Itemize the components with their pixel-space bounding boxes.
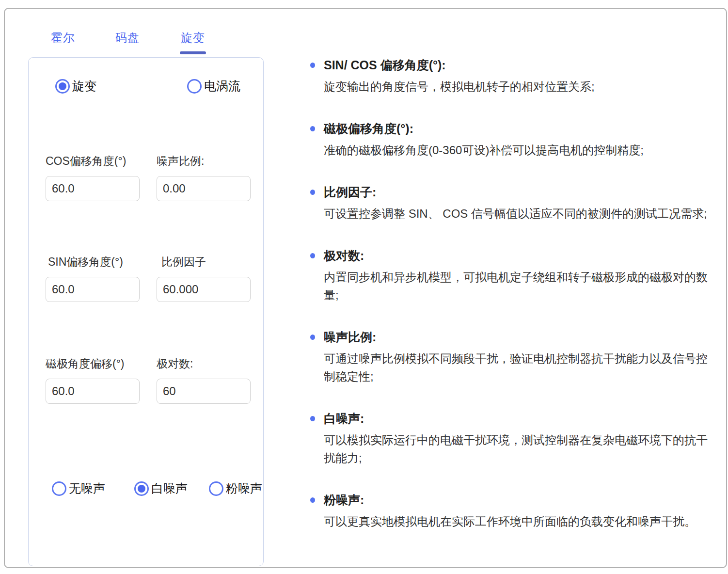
desc-body: 可通过噪声比例模拟不同频段干扰，验证电机控制器抗干扰能力以及信号控制稳定性;: [324, 350, 717, 385]
tab-resolver-label: 旋变: [181, 31, 205, 44]
pole-angle-offset-input[interactable]: [46, 379, 140, 404]
parameter-description-list: SIN/ COS 偏移角度(°): 旋变输出的角度信号，模拟电机转子的相对位置关…: [310, 57, 717, 530]
tab-encoder-label: 码盘: [115, 31, 140, 44]
bullet-icon: [310, 497, 315, 503]
desc-body: 准确的磁极偏移角度(0-360可设)补偿可以提高电机的控制精度;: [324, 141, 717, 159]
tab-hall-label: 霍尔: [51, 31, 75, 44]
bullet-icon: [310, 416, 315, 421]
scale-factor-label: 比例因子: [161, 255, 206, 270]
desc-body: 旋变输出的角度信号，模拟电机转子的相对位置关系;: [324, 78, 717, 96]
list-item: SIN/ COS 偏移角度(°): 旋变输出的角度信号，模拟电机转子的相对位置关…: [310, 57, 717, 96]
noise-ratio-label: 噪声比例:: [157, 154, 204, 169]
tab-encoder[interactable]: 码盘: [115, 30, 140, 54]
radio-unselected-icon: [52, 481, 66, 496]
desc-body: 可设置控参调整 SIN、 COS 信号幅值以适应不同的被测件的测试工况需求;: [324, 205, 717, 223]
sin-offset-label: SIN偏移角度(°): [48, 255, 123, 270]
radio-resolver[interactable]: 旋变: [55, 78, 96, 94]
app-frame: 霍尔 码盘 旋变 旋变 电涡流 COS偏移角度(°) 噪声比例: SIN偏移角度…: [4, 8, 727, 568]
radio-resolver-label: 旋变: [72, 78, 96, 94]
desc-term-scale-factor: 比例因子:: [324, 184, 717, 200]
radio-pink-noise-label: 粉噪声: [226, 480, 262, 496]
bullet-icon: [310, 253, 315, 258]
radio-white-noise[interactable]: 白噪声: [134, 480, 188, 496]
radio-eddy-current-label: 电涡流: [204, 78, 240, 94]
scale-factor-input[interactable]: [157, 277, 251, 302]
sin-offset-input[interactable]: [46, 277, 140, 302]
cos-offset-label: COS偏移角度(°): [46, 154, 126, 169]
radio-no-noise-label: 无噪声: [69, 480, 105, 496]
radio-unselected-icon: [187, 79, 202, 94]
desc-term-pole-pairs: 极对数:: [324, 248, 717, 264]
radio-eddy-current[interactable]: 电涡流: [187, 78, 240, 94]
radio-unselected-icon: [209, 481, 223, 496]
noise-ratio-input[interactable]: [157, 176, 251, 201]
list-item: 噪声比例: 可通过噪声比例模拟不同频段干扰，验证电机控制器抗干扰能力以及信号控制…: [310, 329, 717, 385]
sensor-tab-bar: 霍尔 码盘 旋变: [51, 30, 206, 54]
pole-angle-offset-label: 磁极角度偏移(°): [46, 356, 125, 371]
pole-pairs-label: 极对数:: [157, 356, 193, 371]
desc-term-white-noise: 白噪声:: [324, 411, 717, 427]
bullet-icon: [310, 126, 315, 131]
bullet-icon: [310, 63, 315, 68]
resolver-settings-panel: 旋变 电涡流 COS偏移角度(°) 噪声比例: SIN偏移角度(°) 比例因子 …: [28, 57, 264, 566]
list-item: 白噪声: 可以模拟实际运行中的电磁干扰环境，测试控制器在复杂电磁环境下的抗干扰能…: [310, 411, 717, 467]
bullet-icon: [310, 335, 315, 340]
radio-pink-noise[interactable]: 粉噪声: [209, 480, 262, 496]
radio-selected-icon: [134, 481, 149, 496]
desc-body: 内置同步机和异步机模型，可拟电机定子绕组和转子磁极形成的磁极对的数量;: [324, 268, 717, 304]
tab-resolver[interactable]: 旋变: [180, 30, 206, 54]
desc-term-pink-noise: 粉噪声:: [324, 492, 717, 508]
list-item: 比例因子: 可设置控参调整 SIN、 COS 信号幅值以适应不同的被测件的测试工…: [310, 184, 717, 223]
list-item: 粉噪声: 可以更真实地模拟电机在实际工作环境中所面临的负载变化和噪声干扰。: [310, 492, 717, 530]
list-item: 极对数: 内置同步机和异步机模型，可拟电机定子绕组和转子磁极形成的磁极对的数量;: [310, 248, 717, 304]
radio-white-noise-label: 白噪声: [151, 480, 188, 496]
desc-term-pole-offset: 磁极偏移角度(°):: [324, 121, 717, 137]
bullet-icon: [310, 190, 315, 195]
desc-term-noise-ratio: 噪声比例:: [324, 329, 717, 345]
desc-body: 可以更真实地模拟电机在实际工作环境中所面临的负载变化和噪声干扰。: [324, 512, 717, 530]
desc-body: 可以模拟实际运行中的电磁干扰环境，测试控制器在复杂电磁环境下的抗干扰能力;: [324, 431, 717, 467]
tab-resolver-underline: [180, 51, 206, 54]
radio-no-noise[interactable]: 无噪声: [52, 480, 105, 496]
desc-term-sin-cos-offset: SIN/ COS 偏移角度(°):: [324, 57, 717, 73]
cos-offset-input[interactable]: [46, 176, 140, 201]
list-item: 磁极偏移角度(°): 准确的磁极偏移角度(0-360可设)补偿可以提高电机的控制…: [310, 121, 717, 159]
tab-hall[interactable]: 霍尔: [51, 30, 75, 54]
pole-pairs-input[interactable]: [157, 379, 251, 404]
radio-selected-icon: [55, 79, 70, 94]
